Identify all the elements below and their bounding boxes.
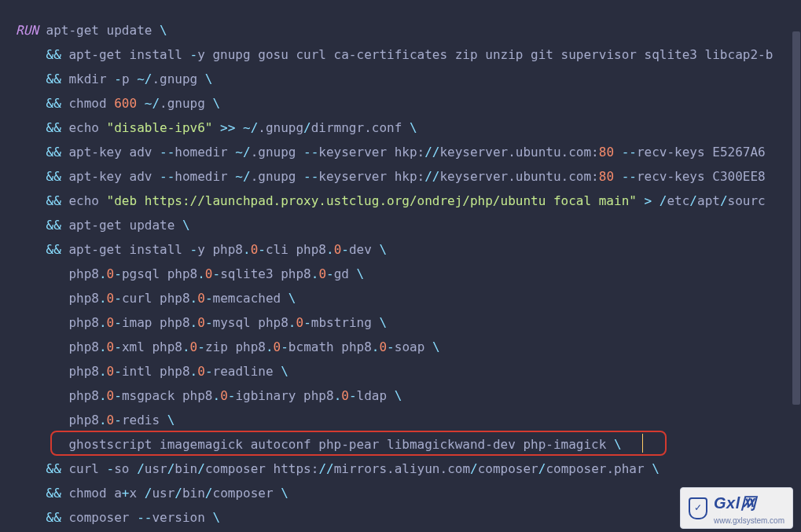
code-token: 600 bbox=[114, 96, 137, 111]
vertical-scrollbar[interactable] bbox=[792, 0, 801, 532]
code-line[interactable]: && curl -so /usr/bin/composer https://mi… bbox=[16, 457, 801, 481]
code-token: ~/ bbox=[137, 72, 152, 86]
code-token: - bbox=[258, 242, 266, 257]
code-line[interactable]: && apt-key adv --homedir ~/.gnupg --keys… bbox=[16, 164, 801, 189]
code-token: . bbox=[99, 315, 107, 330]
code-token: echo bbox=[61, 120, 107, 135]
code-token: . bbox=[334, 388, 342, 403]
code-token: recv-keys E5267A6 bbox=[637, 145, 766, 160]
shield-check-icon: ✓ bbox=[694, 496, 702, 520]
code-line[interactable]: php8.0-msgpack php8.0-igbinary php8.0-ld… bbox=[16, 383, 801, 408]
code-token: 0 bbox=[296, 315, 303, 330]
and-operator: && bbox=[46, 72, 61, 86]
code-token: mkdir bbox=[61, 72, 114, 86]
code-token: - bbox=[349, 388, 357, 403]
code-token: -- bbox=[303, 145, 318, 160]
code-line[interactable]: && apt-get update \ bbox=[16, 213, 801, 237]
code-token: apt-key adv bbox=[61, 145, 160, 160]
code-line[interactable]: && apt-key adv --homedir ~/.gnupg --keys… bbox=[16, 140, 801, 164]
code-line[interactable]: php8.0-imap php8.0-mysql php8.0-mbstring… bbox=[16, 310, 801, 335]
code-editor[interactable]: RUN apt-get update \ && apt-get install … bbox=[9, 0, 801, 532]
code-token: . bbox=[99, 364, 107, 379]
code-token bbox=[235, 120, 243, 135]
code-token: 80 bbox=[599, 169, 614, 184]
code-token: . bbox=[311, 266, 319, 281]
code-line[interactable]: && echo "disable-ipv6" >> ~/.gnupg/dirmn… bbox=[16, 116, 801, 140]
code-token: - bbox=[114, 388, 122, 403]
code-token: - bbox=[114, 291, 122, 306]
code-token: composer bbox=[213, 486, 281, 501]
code-token: \ bbox=[212, 96, 220, 111]
code-token: . bbox=[99, 339, 107, 354]
code-token: \ bbox=[357, 266, 365, 281]
code-token: / bbox=[689, 193, 697, 208]
code-line[interactable]: && echo "deb https://launchpad.proxy.ust… bbox=[16, 189, 801, 213]
code-token: - bbox=[228, 388, 236, 403]
code-line[interactable]: && mkdir -p ~/.gnupg \ bbox=[16, 67, 801, 91]
code-token: php8 bbox=[68, 339, 99, 354]
code-line[interactable]: php8.0-redis \ bbox=[16, 408, 801, 432]
code-token: ~/ bbox=[145, 96, 160, 111]
shield-icon: ✓ bbox=[689, 497, 707, 519]
code-line[interactable]: php8.0-pgsql php8.0-sqlite3 php8.0-gd \ bbox=[16, 262, 801, 286]
code-line[interactable]: ghostscript imagemagick autoconf php-pea… bbox=[16, 432, 801, 457]
code-token: .gnupg bbox=[251, 169, 303, 184]
and-operator: && bbox=[46, 242, 61, 257]
code-token: php8 bbox=[68, 291, 99, 306]
code-token: apt-get update bbox=[61, 218, 182, 233]
code-token: / bbox=[720, 193, 728, 208]
watermark-url: www.gxlsystem.com bbox=[714, 516, 784, 525]
code-token: .gnupg bbox=[258, 120, 303, 135]
code-token: \ bbox=[281, 486, 288, 501]
code-token: y php8 bbox=[197, 242, 243, 257]
code-token: \ bbox=[652, 461, 660, 476]
code-token: . bbox=[99, 291, 107, 306]
code-token: - bbox=[114, 364, 122, 379]
code-token: 0 bbox=[334, 242, 342, 257]
code-token bbox=[137, 96, 145, 111]
code-token: \ bbox=[432, 339, 440, 354]
code-token: // bbox=[424, 169, 439, 184]
code-token: -- bbox=[622, 169, 637, 184]
code-token: \ bbox=[212, 510, 220, 525]
code-line[interactable]: php8.0-xml php8.0-zip php8.0-bcmath php8… bbox=[16, 335, 801, 359]
code-token: composer bbox=[61, 510, 137, 525]
code-token: / bbox=[205, 486, 213, 501]
code-line[interactable]: RUN apt-get update \ bbox=[16, 18, 801, 42]
and-operator: && bbox=[46, 145, 61, 160]
code-token: .gnupg bbox=[160, 96, 212, 111]
code-token: ~/ bbox=[235, 169, 250, 184]
code-token: php8 bbox=[68, 388, 99, 403]
code-token: zip php8 bbox=[205, 339, 266, 354]
code-token: php8 bbox=[68, 364, 99, 379]
code-line[interactable]: && apt-get install -y php8.0-cli php8.0-… bbox=[16, 237, 801, 262]
code-token: / bbox=[470, 461, 478, 476]
and-operator: && bbox=[46, 193, 61, 208]
code-line[interactable]: && chmod 600 ~/.gnupg \ bbox=[16, 91, 801, 116]
code-token: msgpack php8 bbox=[122, 388, 213, 403]
code-token: sourc bbox=[728, 193, 766, 208]
code-token: // bbox=[424, 145, 439, 160]
code-line[interactable]: php8.0-curl php8.0-memcached \ bbox=[16, 286, 801, 310]
code-token: 0 bbox=[197, 315, 205, 330]
code-line[interactable]: && apt-get install -y gnupg gosu curl ca… bbox=[16, 42, 801, 67]
code-token: - bbox=[114, 72, 122, 86]
code-token: curl php8 bbox=[122, 291, 190, 306]
code-token: chmod bbox=[61, 96, 114, 111]
code-token: \ bbox=[182, 218, 190, 233]
code-token: -- bbox=[303, 169, 318, 184]
code-token: memcached bbox=[213, 291, 288, 306]
code-token bbox=[637, 193, 645, 208]
code-token: - bbox=[197, 339, 205, 354]
code-token: pgsql php8 bbox=[122, 266, 197, 281]
scrollbar-thumb[interactable] bbox=[792, 31, 800, 405]
code-token: - bbox=[205, 291, 213, 306]
code-token: 0 bbox=[107, 364, 115, 379]
code-token: apt-get update bbox=[39, 23, 160, 38]
code-line[interactable]: php8.0-intl php8.0-readline \ bbox=[16, 359, 801, 383]
code-token bbox=[614, 169, 622, 184]
code-token: php8 bbox=[68, 315, 99, 330]
code-token: 0 bbox=[107, 339, 115, 354]
code-token: \ bbox=[205, 72, 213, 86]
code-token: apt-get install bbox=[61, 47, 190, 62]
